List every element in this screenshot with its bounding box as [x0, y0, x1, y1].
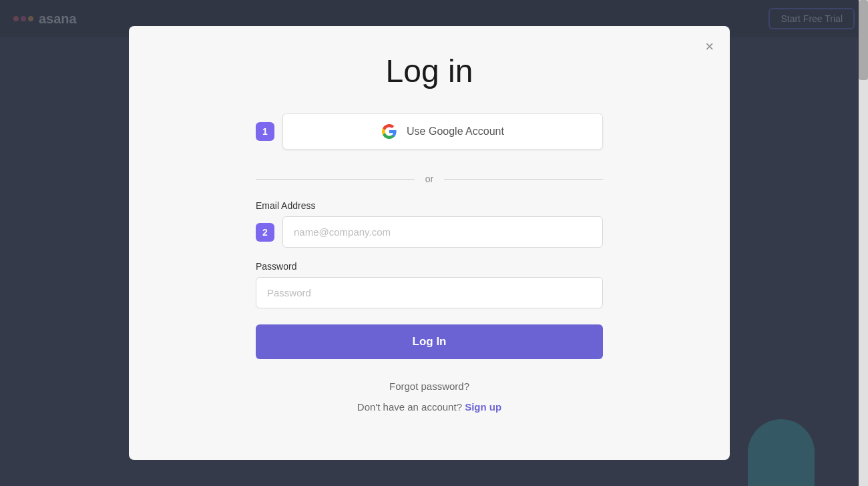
modal-overlay: × Log in 1 Use Google Account — [0, 0, 859, 486]
login-modal: × Log in 1 Use Google Account — [129, 26, 730, 460]
google-button-label: Use Google Account — [407, 126, 504, 138]
no-account-text: Don't have an account? — [357, 401, 462, 413]
step1-badge: 1 — [256, 122, 274, 141]
signup-row: Don't have an account? Sign up — [357, 401, 501, 413]
modal-title: Log in — [386, 53, 473, 89]
password-label: Password — [256, 261, 603, 272]
email-step-row: 2 — [256, 216, 603, 248]
password-field-group: Password — [256, 258, 603, 308]
signup-link[interactable]: Sign up — [465, 401, 501, 413]
forgot-password-link[interactable]: Forgot password? — [389, 381, 469, 392]
scrollbar-thumb[interactable] — [859, 0, 868, 80]
google-login-button[interactable]: Use Google Account — [282, 113, 603, 150]
login-button[interactable]: Log In — [256, 324, 603, 359]
scrollbar[interactable] — [859, 0, 868, 486]
close-button[interactable]: × — [705, 39, 714, 54]
email-label: Email Address — [256, 200, 603, 211]
or-divider: or — [256, 174, 603, 184]
step2-badge: 2 — [256, 223, 274, 242]
divider-line-left — [256, 179, 415, 180]
password-input[interactable] — [256, 277, 603, 308]
modal-body: 1 Use Google Account or — [256, 113, 603, 413]
footer-links: Forgot password? Don't have an account? … — [256, 381, 603, 413]
divider-line-right — [444, 179, 603, 180]
email-input[interactable] — [282, 216, 603, 248]
google-step-row: 1 Use Google Account — [256, 113, 603, 150]
google-icon — [381, 124, 397, 140]
email-field-group: Email Address 2 — [256, 198, 603, 248]
or-text: or — [425, 174, 433, 184]
